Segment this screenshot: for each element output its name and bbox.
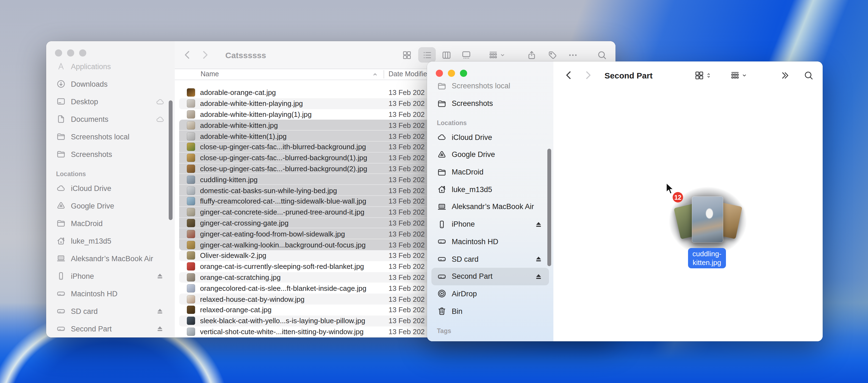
file-name: vertical-shot-cute-white-...itten-sittin… (200, 327, 364, 336)
file-date-modified: 13 Feb 202 (389, 295, 425, 303)
file-name: domestic-cat-basks-sun-while-lying-bed.j… (200, 186, 337, 195)
file-date-modified: 13 Feb 202 (389, 208, 425, 216)
eject-icon[interactable] (534, 271, 544, 281)
eject-icon[interactable] (534, 254, 544, 264)
sidebar-item-downloads[interactable]: Downloads (51, 75, 170, 93)
file-thumbnail (187, 306, 195, 314)
sidebar-item-sd-card[interactable]: SD card (431, 250, 549, 268)
sidebar-scrollbar[interactable] (547, 149, 551, 266)
sidebar-item-luke-m13d5[interactable]: luke_m13d5 (51, 232, 170, 250)
close-button[interactable] (55, 49, 62, 57)
sidebar-item-bin[interactable]: Bin (431, 303, 549, 320)
eject-icon[interactable] (155, 324, 165, 334)
sidebar-item-aleksandr-s-macbook-air[interactable]: Aleksandr’s MacBook Air (431, 198, 549, 215)
file-thumbnail (187, 186, 195, 195)
sidebar-item-macdroid[interactable]: MacDroid (431, 164, 549, 181)
sidebar-scrollbar[interactable] (169, 100, 173, 220)
file-date-modified: 13 Feb 202 (389, 176, 425, 184)
sidebar-item-label: SD card (452, 255, 479, 263)
sidebar-item-icloud-drive[interactable]: iCloud Drive (431, 129, 549, 146)
sidebar-item-second-part[interactable]: Second Part (51, 320, 170, 338)
sidebar-item-luke-m13d5[interactable]: luke_m13d5 (431, 181, 549, 198)
sidebar-item-label: luke_m13d5 (452, 185, 492, 194)
column-divider[interactable] (383, 70, 384, 78)
sidebar-item-label: iPhone (71, 272, 94, 280)
back-button[interactable] (179, 47, 196, 63)
sidebar-item-screenshots[interactable]: Screenshots (431, 95, 549, 112)
file-date-modified: 13 Feb 202 (389, 317, 425, 325)
sidebar-item-macintosh-hd[interactable]: Macintosh HD (51, 285, 170, 302)
file-date-modified: 13 Feb 202 (389, 241, 425, 249)
window-title: Catssssss (225, 41, 266, 69)
file-thumbnail (187, 197, 195, 206)
gallery-view-button[interactable] (458, 47, 474, 63)
name-column-header[interactable]: Name (200, 70, 219, 78)
sidebar-item-applications[interactable]: Applications (51, 58, 170, 75)
back-button[interactable] (561, 67, 577, 83)
icon-view-button[interactable] (398, 47, 415, 63)
folder-icon (56, 218, 66, 228)
file-date-modified: 13 Feb 202 (389, 132, 425, 140)
sidebar-item-macdroid[interactable]: MacDroid (51, 214, 170, 232)
sidebar-item-macintosh-hd[interactable]: Macintosh HD (431, 233, 549, 250)
folder-icon (56, 132, 66, 142)
file-date-modified: 13 Feb 202 (389, 219, 425, 227)
column-view-button[interactable] (438, 47, 455, 63)
minimize-button[interactable] (448, 70, 455, 77)
drag-file-label-line1: cuddling- (692, 250, 721, 258)
sidebar-item-sd-card[interactable]: SD card (51, 302, 170, 320)
file-name: adorable-white-kitten-playing.jpg (200, 99, 303, 108)
file-date-modified: 13 Feb 202 (389, 327, 425, 336)
file-thumbnail (187, 317, 195, 325)
forward-button[interactable] (580, 67, 596, 83)
group-button[interactable] (486, 47, 508, 63)
sidebar-item-google-drive[interactable]: Google Drive (431, 146, 549, 163)
sidebar-item-screenshots[interactable]: Screenshots (51, 145, 170, 163)
share-button[interactable] (523, 47, 540, 63)
eject-icon[interactable] (155, 306, 165, 316)
file-date-modified: 13 Feb 202 (389, 273, 425, 281)
file-name: orange-cat-is-currently-sleeping-soft-re… (200, 262, 364, 271)
sidebar-item-label: Screenshots local (71, 133, 129, 141)
eject-icon[interactable] (534, 219, 544, 229)
sidebar-item-iphone[interactable]: iPhone (51, 267, 170, 285)
file-date-modified: 13 Feb 202 (389, 230, 425, 238)
sidebar-item-icloud-drive[interactable]: iCloud Drive (51, 179, 170, 197)
minimize-button[interactable] (67, 49, 74, 57)
file-name: orangecolored-cat-is-slee...ft-blanket-i… (200, 284, 367, 292)
zoom-button[interactable] (460, 70, 467, 77)
sidebar-item-aleksandr-s-macbook-air[interactable]: Aleksandr’s MacBook Air (51, 250, 170, 267)
sidebar-item-screenshots-local[interactable]: Screenshots local (51, 128, 170, 145)
sidebar-item-iphone[interactable]: iPhone (431, 216, 549, 233)
file-date-modified: 13 Feb 202 (389, 284, 425, 292)
toolbar-overflow-button[interactable] (776, 67, 793, 83)
sidebar-item-airdrop[interactable]: AirDrop (431, 285, 549, 302)
sidebar-item-google-drive[interactable]: Google Drive (51, 197, 170, 214)
eject-icon[interactable] (155, 271, 165, 281)
view-picker-button[interactable] (691, 67, 714, 83)
hdd-icon (437, 237, 447, 247)
date-modified-column-header[interactable]: Date Modified (389, 70, 431, 78)
airdrop-icon (437, 289, 447, 299)
close-button[interactable] (436, 70, 443, 77)
sidebar-item-documents[interactable]: Documents (51, 110, 170, 128)
search-button[interactable] (593, 47, 610, 63)
file-thumbnail (187, 143, 195, 151)
file-thumbnail (187, 99, 195, 108)
group-button[interactable] (727, 67, 750, 83)
sidebar-item-label: Screenshots (71, 150, 112, 158)
sidebar-item-second-part[interactable]: Second Part (431, 268, 549, 285)
sidebar-item-screenshots-local[interactable]: Screenshots local (431, 77, 549, 95)
more-actions-button[interactable] (564, 47, 581, 63)
tags-button[interactable] (544, 47, 561, 63)
file-name: cuddling-kitten.jpg (200, 176, 258, 184)
forward-button[interactable] (197, 47, 213, 63)
list-view-button[interactable] (418, 47, 436, 63)
file-name: ginger-cat-concrete-side...-pruned-tree-… (200, 208, 364, 216)
sidebar-item-desktop[interactable]: Desktop (51, 93, 170, 110)
file-name: relaxed-house-cat-by-window.jpg (200, 295, 305, 303)
sidebar-item-label: Downloads (71, 80, 108, 88)
zoom-button[interactable] (79, 49, 86, 57)
sidebar-item-label: iCloud Drive (452, 133, 492, 141)
search-button[interactable] (800, 67, 817, 83)
